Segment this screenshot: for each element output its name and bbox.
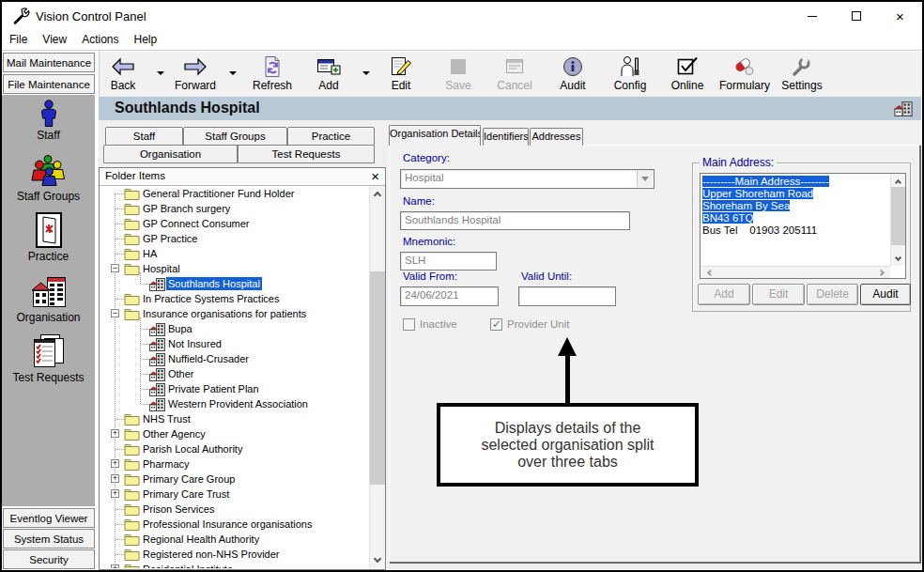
address-line[interactable]: Shoreham By Sea	[702, 200, 889, 212]
maximize-button[interactable]	[834, 2, 878, 30]
address-audit-button[interactable]: Audit	[860, 284, 911, 305]
scroll-up-icon[interactable]	[370, 186, 385, 201]
address-line[interactable]: Bus Tel 01903 205111	[702, 224, 889, 237]
sidebar-item-staff-groups[interactable]: Staff Groups	[2, 150, 95, 203]
tree-line	[140, 317, 141, 404]
sidebar-button-mail-maintenance[interactable]: Mail Maintenance	[3, 53, 95, 72]
address-line[interactable]: Upper Shoreham Road	[702, 188, 889, 200]
cancel-icon	[487, 54, 542, 78]
expand-icon[interactable]: +	[111, 474, 119, 483]
collapse-icon[interactable]: −	[111, 309, 119, 317]
toolbar-button-add[interactable]: Add	[301, 54, 356, 95]
expand-icon[interactable]: +	[111, 489, 119, 498]
toolbar-button-edit[interactable]: Edit	[374, 54, 428, 95]
toolbar-button-back[interactable]: Back	[96, 54, 150, 95]
valid-until-field[interactable]	[518, 286, 616, 306]
toolbar-dropdown-add[interactable]	[362, 71, 370, 75]
category-dropdown[interactable]: Hospital	[400, 169, 654, 189]
menu-help[interactable]: Help	[127, 30, 165, 50]
tree-item-pharmacy[interactable]: +Pharmacy	[100, 456, 369, 472]
tree-item-gp-branch-surgery[interactable]: GP Branch surgery	[100, 201, 369, 216]
tree-item-residential-institute[interactable]: +Residential Institute	[100, 562, 369, 568]
expand-icon[interactable]: +	[111, 564, 119, 568]
address-vertical-scrollbar[interactable]	[890, 174, 905, 266]
name-field[interactable]: Southlands Hospital	[400, 211, 630, 230]
expand-icon[interactable]: +	[111, 429, 119, 438]
menu-view[interactable]: View	[35, 30, 74, 50]
menu-file[interactable]: File	[2, 30, 35, 50]
expand-icon[interactable]: +	[111, 459, 119, 468]
folder-panel-close-icon[interactable]: ×	[371, 168, 379, 184]
sidebar-button-system-status[interactable]: System Status	[3, 529, 95, 549]
scroll-down-icon[interactable]	[891, 253, 905, 266]
tree-item-regional-health-authority[interactable]: Regional Health Authority	[100, 532, 369, 547]
checkbox-inactive[interactable]	[403, 318, 415, 331]
tree-item-label: Nuffield-Crusader	[166, 352, 251, 365]
tree-item-nhs-trust[interactable]: NHS Trust	[100, 411, 369, 426]
sidebar-button-eventlog-viewer[interactable]: Eventlog Viewer	[3, 508, 95, 528]
tree-item-other-agency[interactable]: +Other Agency	[100, 426, 369, 441]
valid-until-label: Valid Until:	[521, 271, 572, 282]
toolbar-dropdown-forward[interactable]	[229, 71, 237, 75]
sidebar-item-practice[interactable]: Practice	[2, 210, 95, 263]
toolbar-button-config[interactable]: Config	[603, 54, 657, 95]
annotation-arrow-head	[558, 337, 577, 356]
tree-item-label: HA	[141, 247, 159, 260]
menu-actions[interactable]: Actions	[74, 30, 126, 50]
collapse-icon[interactable]: −	[111, 264, 119, 272]
tree-item-in-practice-systems-practices[interactable]: In Practice Systems Practices	[100, 291, 369, 306]
address-horizontal-scrollbar[interactable]	[701, 266, 890, 278]
minimize-button[interactable]	[790, 2, 834, 30]
tab-staff-groups[interactable]: Staff Groups	[183, 127, 287, 146]
tree-item-ha[interactable]: HA	[100, 246, 369, 261]
tab-practice[interactable]: Practice	[287, 127, 375, 146]
tree-item-parish-local-authority[interactable]: Parish Local Authority	[100, 441, 369, 456]
toolbar-dropdown-back[interactable]	[157, 71, 164, 75]
address-line[interactable]: BN43 6TQ	[702, 212, 889, 224]
main-address-listbox[interactable]: ---------Main Address--------Upper Shore…	[700, 173, 906, 279]
scroll-left-icon[interactable]	[702, 267, 714, 278]
detail-tab-addresses[interactable]: Addresses	[530, 128, 583, 146]
toolbar-button-audit[interactable]: Audit	[546, 54, 600, 95]
toolbar-button-forward[interactable]: Forward	[168, 54, 223, 95]
scroll-up-icon[interactable]	[891, 174, 905, 187]
scroll-down-icon[interactable]	[370, 553, 385, 568]
close-button[interactable]: ×	[878, 2, 922, 30]
tree-connector	[116, 193, 124, 194]
address-line[interactable]: ---------Main Address--------	[702, 176, 889, 188]
address-scrollbar-thumb[interactable]	[891, 187, 905, 245]
valid-from-field[interactable]: 24/06/2021	[400, 286, 499, 306]
tree-item-prison-services[interactable]: Prison Services	[100, 502, 369, 517]
tree-item-primary-care-group[interactable]: +Primary Care Group	[100, 472, 369, 487]
checkbox-provider-unit[interactable]: ✓	[490, 318, 502, 331]
tree-scrollbar-thumb[interactable]	[370, 271, 385, 485]
tab-test-requests[interactable]: Test Requests	[238, 145, 375, 163]
toolbar-button-online[interactable]: Online	[660, 54, 715, 95]
tree-scrollbar[interactable]	[369, 186, 385, 568]
tree-item-registered-non-nhs-provider[interactable]: Registered non-NHS Provider	[100, 547, 369, 562]
detail-tab-identifiers[interactable]: Identifiers	[483, 128, 529, 146]
tree-item-gp-practice[interactable]: GP Practice	[100, 231, 369, 246]
toolbar-button-refresh[interactable]: Refresh	[245, 54, 300, 95]
tree-item-general-practitioner-fund-holder[interactable]: General Practitioner Fund Holder	[100, 186, 369, 201]
tree-item-label: Bupa	[166, 322, 194, 335]
tree-item-gp-connect-consumer[interactable]: GP Connect Consumer	[100, 216, 369, 231]
sidebar-item-staff[interactable]: Staff	[2, 99, 95, 142]
tab-staff[interactable]: Staff	[105, 127, 183, 146]
tree-item-professional-insurance-organisations[interactable]: Professional Insurance organisations	[100, 517, 369, 532]
category-dropdown-button[interactable]	[637, 171, 653, 187]
toolbar-button-formulary[interactable]: Formulary	[717, 54, 772, 95]
toolbar-label: Formulary	[717, 79, 772, 92]
scroll-right-icon[interactable]	[877, 267, 888, 278]
sidebar-item-test-requests[interactable]: Test Requests	[2, 332, 95, 384]
sidebar-item-organisation[interactable]: Organisation	[2, 273, 95, 324]
tree-item-primary-care-trust[interactable]: +Primary Care Trust	[100, 487, 369, 502]
toolbar-button-settings[interactable]: Settings	[775, 54, 829, 95]
organisation-icon	[2, 273, 95, 309]
save-icon	[431, 54, 485, 78]
detail-tab-organisation-details[interactable]: Organisation Details	[389, 125, 481, 146]
tab-organisation[interactable]: Organisation	[103, 145, 238, 163]
sidebar-button-security[interactable]: Security	[3, 549, 95, 569]
sidebar-button-file-maintenance[interactable]: File Maintenance	[3, 74, 95, 94]
mnemonic-field[interactable]: SLH	[400, 252, 497, 271]
